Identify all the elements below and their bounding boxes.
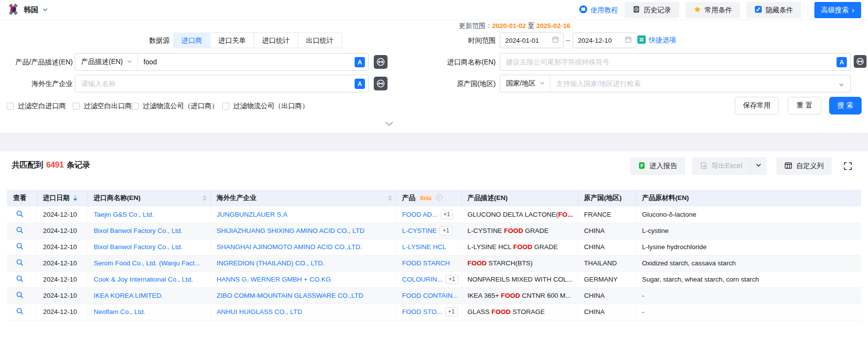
more-products-badge[interactable]: +1 [446,275,458,284]
quick-options-link[interactable]: ⌘ 快捷选项 [637,32,676,48]
checkbox-filter-logistics-importer[interactable]: 过滤物流公司（进口商） [132,102,218,111]
manufacturer-link[interactable]: ANHUI HUIGLASS CO., LTD [217,308,302,315]
date-start-value: 2024-01-01 [505,37,552,44]
save-favorite-button[interactable]: 保存常用 [735,97,779,114]
checkbox-filter-blank-exporter[interactable]: 过滤空白出口商 [73,102,132,111]
more-products-badge[interactable]: +1 [445,307,458,316]
date-start-input[interactable]: 2024-01-01 [500,32,564,48]
date-end-value: 2024-12-10 [578,37,625,44]
exclude-filter-icon[interactable] [854,55,867,68]
view-record-icon[interactable] [16,210,24,219]
advanced-search-button[interactable]: 高级搜索 › [814,2,861,18]
checkbox-box[interactable] [132,103,139,110]
country-selector[interactable]: 韩国 [7,0,48,20]
origin-type-select[interactable]: 国家/地区 [500,75,550,92]
view-record-icon[interactable] [16,307,24,316]
col-header-importer[interactable]: 进口商名称(EN) [88,190,210,206]
sort-icon[interactable] [73,195,77,201]
export-options-chevron[interactable] [750,157,767,175]
importer-link[interactable]: Serom Food Co., Ltd. (Wanju Fact... [94,259,200,267]
history-button[interactable]: 历史记录 [625,2,679,18]
origin-search-input[interactable] [550,75,836,92]
manufacturer-link[interactable]: INGREDION (THAILAND) CO., LTD. [217,259,325,267]
view-record-icon[interactable] [16,226,24,235]
chevron-down-icon[interactable] [838,81,844,90]
checkbox-label: 过滤空白进口商 [18,102,66,111]
sort-icon[interactable] [388,195,392,201]
product-link[interactable]: L-CYSTINE [402,227,437,234]
product-link[interactable]: FOOD STARCH [402,259,450,267]
search-button[interactable]: 搜 索 [829,97,862,114]
manufacturer-link[interactable]: JUNGBUNZLAUER S.A [217,211,288,218]
columns-icon [784,162,792,171]
importer-link[interactable]: Cook & Joy International Co., Ltd. [94,276,193,283]
sort-icon[interactable] [203,195,207,201]
tab-import-declarations[interactable]: 进口关单 [210,32,254,48]
checkbox-box[interactable] [73,103,80,110]
product-search-input[interactable] [138,54,368,70]
importer-link[interactable]: Bixol Banwol Factory Co., Ltd. [94,243,183,251]
update-range: 更新范围：2020-01-02 至 2025-02-16 [459,22,570,30]
desc-highlight: FO... [558,211,573,218]
chevron-down-icon [42,6,48,15]
hide-conditions-button[interactable]: 隐藏条件 [747,2,801,18]
report-icon [638,162,646,171]
cell-description: IKEA 365+ FOOD CNTNR 600 M... [461,287,578,304]
product-link[interactable]: L-LYSINE HCL [402,243,447,251]
importer-link[interactable]: Bixol Banwol Factory Co., Ltd. [94,227,183,234]
product-type-select[interactable]: 产品描述(EN) [75,54,138,70]
manufacturer-label: 海外生产企业 [0,75,73,92]
customize-columns-button[interactable]: 自定义列 [777,157,832,175]
more-products-badge[interactable]: +1 [441,210,453,219]
fullscreen-icon[interactable] [841,157,854,175]
manufacturer-link[interactable]: SHIJIAZHUANG SHIXING AMINO ACID CO., LTD [217,227,365,234]
view-record-icon[interactable] [16,275,24,284]
view-record-icon[interactable] [16,242,24,252]
checkbox-filter-logistics-exporter[interactable]: 过滤物流公司（出口商） [222,102,309,111]
importer-link[interactable]: Taejin G&S Co., Ltd. [94,211,154,218]
tutorial-link[interactable]: 使用教程 [579,5,618,15]
reset-button[interactable]: 重 置 [788,97,821,114]
product-link[interactable]: FOOD STO... [402,308,443,315]
arrow-right-icon: › [852,6,854,14]
manufacturer-link[interactable]: SHANGHAI AJINOMOTO AMINO ACID CO.,LTD. [217,243,362,251]
product-link[interactable]: FOOD CONTAIN... [402,292,458,299]
exclude-filter-icon[interactable] [374,55,388,69]
tab-importers[interactable]: 进口商 [173,32,210,48]
collapse-panel-button[interactable] [379,119,399,128]
manufacturer-search-input[interactable] [75,75,368,92]
translate-icon[interactable]: A [355,57,365,69]
table-row: 2024-12-10 Bixol Banwol Factory Co., Ltd… [7,239,861,255]
col-header-manufacturer[interactable]: 海外生产企业 [210,190,396,206]
favorite-conditions-button[interactable]: 常用条件 [686,2,740,18]
manufacturer-link[interactable]: HANNS G. WERNER GMBH + CO.KG [217,276,331,283]
view-record-icon[interactable] [16,291,24,300]
checkbox-filter-blank-importer[interactable]: 过滤空白进口商 [7,102,66,111]
info-icon[interactable] [436,194,443,202]
importer-link[interactable]: IKEA KOREA LIMITED. [94,292,163,299]
cell-origin: CHINA [578,239,636,255]
view-record-icon[interactable] [16,258,24,268]
manufacturer-link[interactable]: ZIBO COMM-MOUNTAIN GLASSWARE CO.,LTD [217,292,363,299]
desc-text: GLASS [468,308,492,315]
date-end-input[interactable]: 2024-12-10 [572,32,636,48]
export-excel-button[interactable]: 导出Excel [692,157,750,175]
translate-icon[interactable]: A [837,57,847,69]
product-link[interactable]: FOOD AD... [402,211,438,218]
exclude-filter-icon[interactable] [374,77,388,90]
importer-search-input[interactable] [500,54,850,70]
tab-import-statistics[interactable]: 进口统计 [254,32,298,48]
more-products-badge[interactable]: +1 [440,226,452,235]
tab-export-statistics[interactable]: 出口统计 [298,32,342,48]
col-header-import-date[interactable]: 进口日期 [37,190,88,206]
checkbox-box[interactable] [222,103,229,110]
importer-link[interactable]: Neoflam Co., Ltd. [94,308,146,315]
enter-report-button[interactable]: 进入报告 [630,157,685,175]
favorites-label: 常用条件 [705,6,732,15]
translate-icon[interactable]: A [355,79,365,91]
cell-description: GLUCONO DELTA LACTONE(FO... [461,206,578,223]
col-header-origin: 原产国(地区) [578,190,636,206]
checkbox-box[interactable] [7,103,14,110]
product-link[interactable]: COLOURIN... [402,276,443,283]
cell-origin: CHINA [578,304,636,320]
